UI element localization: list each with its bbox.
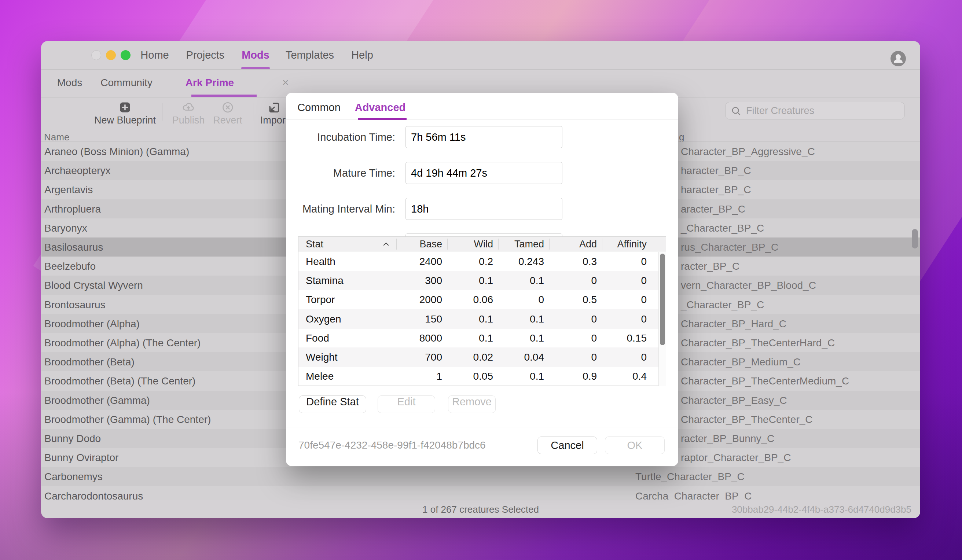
class-string-fragment: racter_BP_C: [681, 257, 739, 276]
stat-value: 0.1: [479, 271, 493, 290]
divider: [602, 239, 602, 250]
creature-name: Basilosaurus: [44, 237, 103, 257]
stat-value: 0: [591, 271, 597, 290]
user-avatar-icon[interactable]: [890, 50, 906, 67]
close-tab-icon[interactable]: ×: [282, 69, 289, 96]
stat-name: Health: [306, 252, 336, 271]
class-string-fragment: aracter_BP_C: [681, 199, 745, 219]
table-row[interactable]: Health24000.20.2430.30: [299, 252, 666, 271]
cancel-button[interactable]: Cancel: [537, 436, 597, 454]
creature-name: Archaeopteryx: [44, 161, 111, 180]
active-tab-underline: [191, 95, 257, 97]
class-string-fragment: Character_BP_TheCenterMedium_C: [681, 371, 849, 391]
column-header-stat[interactable]: Stat: [306, 237, 323, 252]
stats-table-scrollbar-thumb[interactable]: [660, 253, 665, 345]
menu-mods[interactable]: Mods: [242, 41, 270, 69]
stat-value: 0.1: [530, 309, 544, 329]
list-item[interactable]: CarbonemysTurtle_Character_BP_C: [42, 467, 920, 486]
stat-value: 2400: [420, 252, 442, 271]
import-button[interactable]: Import: [260, 98, 289, 126]
creature-name: Bunny Dodo: [44, 429, 101, 448]
mating-interval-min-input[interactable]: 18h: [405, 198, 562, 220]
class-string-fragment: Character_BP_TheCenterHard_C: [681, 333, 835, 353]
stat-value: 0: [641, 290, 647, 309]
divider: [170, 74, 170, 92]
class-string-fragment: Character_BP_Aggressive_C: [681, 142, 815, 161]
stats-table-scrollbar[interactable]: [659, 252, 666, 386]
column-header-affinity[interactable]: Affinity: [617, 237, 647, 252]
mature-time-input[interactable]: 4d 19h 44m 27s: [405, 162, 562, 184]
stat-value: 0: [591, 328, 597, 348]
tab-advanced[interactable]: Advanced: [355, 93, 406, 119]
stat-value: 0.4: [633, 366, 647, 386]
table-row[interactable]: Stamina3000.10.100: [299, 271, 666, 290]
class-string-fragment: racter_BP_Bunny_C: [681, 429, 774, 448]
zoom-window-button[interactable]: [121, 50, 131, 60]
divider: [286, 427, 678, 427]
stat-value: 300: [425, 271, 442, 290]
stat-value: 0.02: [473, 347, 494, 367]
list-scrollbar-thumb[interactable]: [912, 229, 918, 249]
table-row[interactable]: Food80000.10.100.15: [299, 328, 666, 348]
divider: [396, 239, 397, 250]
tab-common[interactable]: Common: [297, 93, 341, 119]
stat-value: 0: [591, 347, 597, 367]
table-row[interactable]: Weight7000.020.0400: [299, 347, 666, 367]
ok-button[interactable]: OK: [605, 436, 665, 454]
stat-value: 0.9: [583, 366, 597, 386]
close-window-button[interactable]: [91, 50, 101, 60]
search-icon: [731, 106, 742, 116]
stat-value: 0.1: [530, 328, 544, 348]
creature-name: Brontosaurus: [44, 295, 106, 315]
creature-name: Bunny Oviraptor: [44, 448, 118, 467]
stat-value: 8000: [420, 328, 442, 348]
filter-placeholder: Filter Creatures: [746, 102, 814, 119]
menu-home[interactable]: Home: [140, 41, 169, 69]
divider: [162, 103, 162, 121]
column-header-tamed[interactable]: Tamed: [514, 237, 544, 252]
remove-button[interactable]: Remove: [448, 395, 496, 413]
menu-projects[interactable]: Projects: [186, 41, 225, 69]
class-string-fragment: vern_Character_BP_Blood_C: [681, 276, 816, 295]
column-header-base[interactable]: Base: [420, 237, 442, 252]
table-row[interactable]: Oxygen1500.10.100: [299, 309, 666, 329]
define-stat-button[interactable]: Define Stat: [299, 395, 366, 413]
table-row[interactable]: Torpor20000.0600.50: [299, 290, 666, 309]
new-blueprint-button[interactable]: New Blueprint: [94, 98, 156, 126]
mature-time-label: Mature Time:: [293, 162, 395, 184]
table-row[interactable]: Melee10.050.10.90.4: [299, 366, 666, 386]
stat-value: 0.04: [524, 347, 544, 367]
stat-name: Stamina: [306, 271, 344, 290]
stat-value: 0: [538, 290, 544, 309]
document-id: 30bbab29-44b2-4f4b-a373-6d4740d9d3b5: [732, 500, 911, 518]
stat-name: Weight: [306, 347, 337, 367]
creature-name: Beelzebufo: [44, 257, 96, 276]
tab-community[interactable]: Community: [100, 69, 153, 97]
creature-name: Baryonyx: [44, 218, 87, 238]
incubation-time-input[interactable]: 7h 56m 11s: [405, 126, 562, 148]
publish-button[interactable]: Publish: [172, 98, 205, 126]
creature-name: Broodmother (Gamma) (The Center): [44, 410, 211, 429]
stat-name: Melee: [306, 366, 334, 386]
minimize-window-button[interactable]: [106, 50, 116, 60]
stats-table-header: Stat Base Wild Tamed Add Affinity: [299, 237, 666, 252]
stat-value: 0.2: [479, 252, 493, 271]
revert-button[interactable]: Revert: [213, 98, 242, 126]
class-string-fragment: raptor_Character_BP_C: [681, 448, 791, 467]
column-header-wild[interactable]: Wild: [474, 237, 494, 252]
column-header-add[interactable]: Add: [579, 237, 597, 252]
tab-mods[interactable]: Mods: [57, 69, 82, 97]
stat-value: 0.05: [473, 366, 494, 386]
cloud-upload-icon: [182, 101, 195, 114]
class-string-fragment: haracter_BP_C: [681, 180, 751, 199]
filter-creatures-input[interactable]: Filter Creatures: [725, 102, 905, 119]
list-item[interactable]: CarcharodontosaurusCarcha_Character_BP_C: [42, 486, 920, 500]
creature-name: Carbonemys: [44, 467, 103, 486]
active-tab-underline: [358, 118, 407, 120]
tab-ark-prime[interactable]: Ark Prime: [186, 69, 234, 97]
menu-templates[interactable]: Templates: [286, 41, 334, 69]
stats-table-body: Health24000.20.2430.30Stamina3000.10.100…: [299, 252, 666, 386]
class-string-fragment: Character_BP_TheCenter_C: [681, 410, 813, 429]
edit-button[interactable]: Edit: [378, 395, 435, 413]
menu-help[interactable]: Help: [351, 41, 373, 69]
